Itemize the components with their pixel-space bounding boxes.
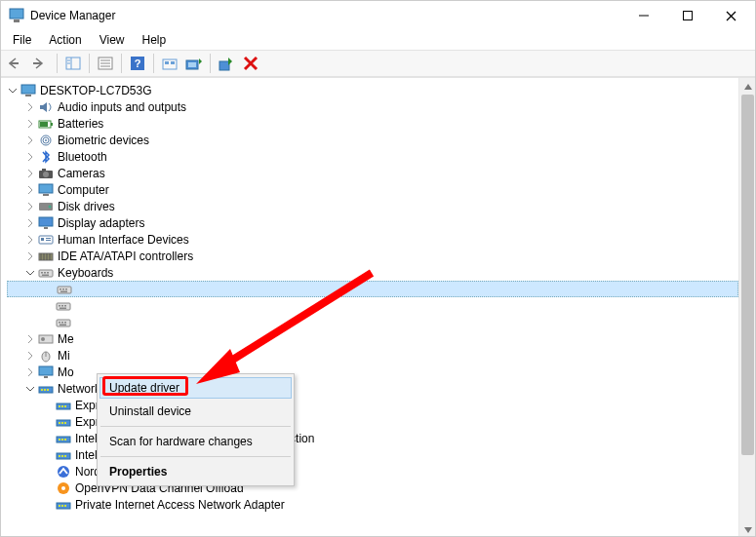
vertical-scrollbar[interactable]	[738, 78, 755, 537]
expander-spacer	[42, 466, 54, 478]
svg-point-96	[61, 455, 63, 457]
category-icon	[38, 133, 54, 148]
scroll-down-button[interactable]	[739, 521, 756, 537]
ctx-uninstall-device[interactable]: Uninstall device	[99, 400, 292, 423]
menu-action[interactable]: Action	[41, 31, 89, 49]
expander-icon[interactable]	[24, 383, 36, 395]
tree-category[interactable]: Disk drives	[7, 198, 738, 214]
device-label: Private Internet Access Network Adapter	[75, 498, 285, 512]
svg-point-100	[61, 486, 65, 490]
expander-icon[interactable]	[24, 101, 36, 113]
svg-rect-26	[21, 85, 35, 94]
svg-rect-53	[41, 272, 43, 274]
tree-category[interactable]: Biometric devices	[7, 132, 738, 148]
expander-icon[interactable]	[7, 85, 19, 96]
update-driver-button[interactable]	[182, 52, 206, 75]
enable-device-button[interactable]	[215, 52, 238, 75]
tree-category[interactable]: Display adapters	[7, 214, 738, 231]
ctx-properties[interactable]: Properties	[99, 460, 292, 483]
expander-icon[interactable]	[24, 118, 36, 130]
category-icon	[38, 348, 54, 364]
maximize-button[interactable]	[665, 1, 709, 30]
scroll-thumb[interactable]	[741, 95, 754, 455]
expander-icon[interactable]	[24, 350, 36, 362]
expander-spacer	[42, 300, 54, 312]
ctx-scan-hardware-label: Scan for hardware changes	[109, 435, 253, 448]
category-icon	[38, 166, 54, 181]
svg-point-79	[41, 389, 43, 391]
expander-icon[interactable]	[24, 366, 36, 378]
svg-text:?: ?	[135, 58, 141, 69]
category-label: Cameras	[58, 167, 105, 180]
svg-point-33	[45, 139, 47, 141]
category-label: Disk drives	[58, 200, 115, 213]
svg-point-81	[47, 389, 49, 391]
svg-rect-61	[60, 290, 67, 292]
tree-category[interactable]: Computer	[7, 181, 738, 198]
forward-button[interactable]	[29, 52, 53, 75]
menu-view[interactable]: View	[92, 31, 133, 49]
tree-category[interactable]: Audio inputs and outputs	[7, 98, 738, 115]
properties-button[interactable]	[94, 52, 117, 75]
tree-category[interactable]: Keyboards	[7, 264, 738, 281]
svg-point-102	[59, 505, 60, 507]
tree-category[interactable]: Human Interface Devices	[7, 231, 738, 248]
expander-spacer	[42, 449, 54, 461]
expander-spacer	[42, 416, 54, 428]
category-icon	[38, 182, 54, 198]
ctx-scan-hardware[interactable]: Scan for hardware changes	[99, 430, 292, 453]
expander-icon[interactable]	[24, 134, 36, 146]
category-label: Computer	[58, 183, 109, 197]
show-hide-tree-button[interactable]	[61, 52, 85, 75]
expander-icon[interactable]	[24, 333, 36, 345]
svg-rect-0	[10, 9, 23, 19]
expander-icon[interactable]	[24, 250, 36, 262]
tree-category[interactable]: IDE ATA/ATAPI controllers	[7, 248, 738, 264]
tree-area: DESKTOP-LC7D53G Audio inputs and outputs…	[1, 77, 755, 537]
context-menu: Update driver Uninstall device Scan for …	[97, 373, 295, 486]
tree-category[interactable]: Mi	[7, 347, 738, 364]
scan-hardware-button[interactable]	[158, 52, 181, 75]
network-adapter-icon	[56, 398, 71, 413]
svg-rect-27	[25, 95, 31, 96]
expander-icon[interactable]	[24, 234, 36, 246]
back-button[interactable]	[5, 52, 28, 75]
expander-spacer	[42, 400, 54, 411]
toolbar-separator	[57, 54, 58, 73]
svg-rect-44	[41, 238, 44, 241]
ctx-properties-label: Properties	[109, 465, 167, 479]
expander-icon[interactable]	[24, 168, 36, 179]
menu-file[interactable]: File	[5, 31, 39, 49]
expander-spacer	[42, 499, 54, 511]
category-icon	[38, 364, 54, 380]
category-label: Mo	[58, 365, 74, 379]
expander-icon[interactable]	[24, 267, 36, 279]
help-button[interactable]: ?	[126, 52, 149, 75]
svg-rect-58	[60, 288, 61, 290]
ctx-update-driver[interactable]: Update driver	[99, 377, 292, 399]
tree-category[interactable]: Batteries	[7, 115, 738, 132]
tree-category[interactable]: Cameras	[7, 165, 738, 181]
titlebar: Device Manager	[1, 1, 755, 30]
svg-rect-29	[51, 123, 53, 126]
svg-rect-45	[46, 238, 51, 239]
toolbar-separator	[153, 54, 154, 73]
scroll-up-button[interactable]	[739, 78, 756, 95]
uninstall-device-button[interactable]	[239, 52, 262, 75]
tree-device-keyboard[interactable]	[7, 297, 738, 314]
tree-category[interactable]: Me	[7, 330, 738, 347]
tree-root[interactable]: DESKTOP-LC7D53G	[7, 82, 738, 98]
expander-icon[interactable]	[24, 201, 36, 212]
minimize-button[interactable]	[621, 1, 665, 30]
close-button[interactable]	[709, 1, 753, 30]
expander-icon[interactable]	[24, 217, 36, 229]
tree-device-keyboard[interactable]	[7, 314, 738, 330]
tree-device-network[interactable]: Private Internet Access Network Adapter	[7, 496, 738, 513]
svg-rect-60	[65, 288, 67, 290]
menu-help[interactable]: Help	[135, 31, 175, 49]
expander-icon[interactable]	[24, 184, 36, 196]
svg-rect-63	[59, 305, 60, 307]
tree-device-keyboard[interactable]	[7, 281, 738, 297]
expander-icon[interactable]	[24, 151, 36, 163]
tree-category[interactable]: Bluetooth	[7, 148, 738, 165]
